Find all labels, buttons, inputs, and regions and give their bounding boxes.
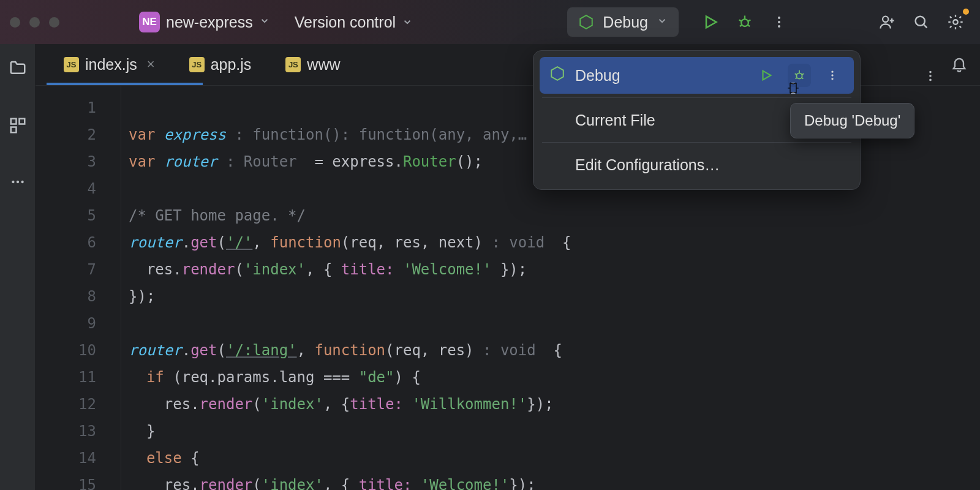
- close-tab-icon[interactable]: ×: [147, 56, 155, 72]
- run-icon[interactable]: [755, 64, 778, 87]
- dropdown-label: Debug: [575, 67, 745, 85]
- svg-point-10: [778, 25, 780, 28]
- more-tools-icon[interactable]: [10, 174, 26, 192]
- tab-label: app.js: [211, 56, 252, 74]
- js-file-icon: JS: [64, 57, 79, 72]
- more-icon[interactable]: [821, 64, 844, 87]
- js-file-icon: JS: [285, 57, 301, 72]
- code-with-me-icon[interactable]: [872, 7, 902, 37]
- minimize-window-icon[interactable]: [29, 17, 40, 28]
- project-name[interactable]: new-express: [166, 13, 253, 31]
- gutter: 12 34 56 78 910 1112 1314 15: [36, 86, 121, 490]
- tool-rail: [0, 44, 36, 490]
- svg-point-23: [929, 71, 932, 74]
- version-control-label: Version control: [295, 13, 396, 31]
- svg-line-7: [748, 25, 750, 26]
- svg-point-25: [929, 79, 932, 81]
- svg-marker-27: [763, 71, 771, 80]
- tab-label: index.js: [85, 56, 137, 74]
- svg-point-2: [741, 19, 748, 26]
- tab-overflow-icon[interactable]: [924, 69, 937, 85]
- dropdown-label: Edit Configurations…: [575, 156, 844, 174]
- nodejs-icon: [578, 14, 594, 30]
- separator: [542, 97, 851, 98]
- chevron-down-icon: [402, 13, 413, 31]
- run-config-label: Debug: [603, 13, 648, 31]
- svg-point-24: [929, 75, 932, 77]
- maximize-window-icon[interactable]: [49, 17, 59, 28]
- svg-point-16: [953, 20, 957, 24]
- svg-marker-0: [581, 15, 593, 29]
- svg-rect-19: [10, 127, 16, 133]
- tooltip: Debug 'Debug': [790, 103, 914, 138]
- js-file-icon: JS: [189, 57, 205, 72]
- tab-label: www: [307, 56, 340, 74]
- structure-tool-icon[interactable]: [9, 116, 27, 137]
- svg-line-32: [796, 78, 797, 79]
- dropdown-item-edit-config[interactable]: Edit Configurations…: [540, 146, 854, 183]
- search-icon[interactable]: [907, 7, 936, 37]
- svg-point-35: [831, 74, 833, 76]
- cursor-icon: [784, 80, 802, 102]
- svg-marker-1: [706, 17, 716, 28]
- debug-button[interactable]: [730, 7, 760, 37]
- svg-point-22: [21, 181, 23, 183]
- project-tool-icon[interactable]: [9, 59, 27, 80]
- separator: [542, 142, 851, 143]
- tab-app-js[interactable]: JS app.js: [172, 43, 269, 85]
- svg-line-33: [802, 78, 804, 79]
- tab-www[interactable]: JS www: [268, 43, 357, 85]
- svg-rect-18: [19, 119, 24, 124]
- notification-dot-icon: [963, 9, 969, 15]
- tab-index-js[interactable]: JS index.js ×: [47, 43, 172, 85]
- notifications-icon[interactable]: [951, 55, 968, 75]
- chevron-down-icon[interactable]: [259, 15, 270, 29]
- svg-point-28: [796, 73, 802, 78]
- run-config-selector[interactable]: Debug: [567, 7, 679, 37]
- chevron-down-icon: [657, 15, 668, 29]
- svg-point-14: [916, 17, 925, 26]
- svg-point-34: [831, 71, 833, 73]
- more-actions-icon[interactable]: [764, 7, 794, 37]
- svg-point-36: [831, 78, 833, 80]
- svg-point-21: [16, 181, 18, 183]
- nodejs-icon: [549, 66, 565, 85]
- title-bar: NE new-express Version control Debug: [0, 0, 980, 44]
- settings-icon[interactable]: [941, 7, 970, 37]
- svg-marker-26: [551, 67, 564, 80]
- svg-point-8: [778, 17, 780, 19]
- project-icon: NE: [139, 12, 160, 32]
- close-window-icon[interactable]: [10, 17, 20, 28]
- window-controls: [10, 17, 59, 28]
- dropdown-item-debug[interactable]: Debug: [540, 57, 854, 94]
- run-button[interactable]: [696, 7, 725, 37]
- svg-line-6: [740, 25, 742, 26]
- svg-point-9: [778, 21, 780, 23]
- svg-rect-17: [10, 119, 16, 124]
- svg-point-11: [883, 17, 888, 22]
- svg-line-15: [924, 24, 927, 28]
- version-control-menu[interactable]: Version control: [295, 13, 413, 31]
- svg-point-20: [12, 181, 14, 183]
